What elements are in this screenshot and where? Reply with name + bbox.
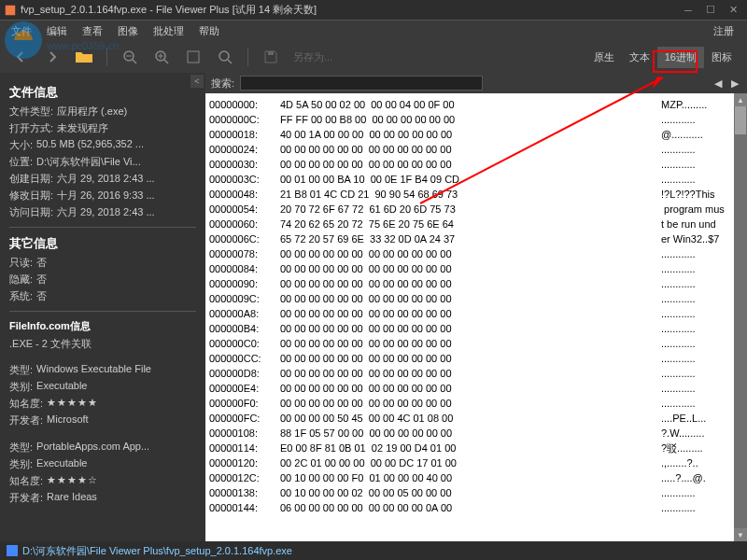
scroll-down-button[interactable]: ▼ [734, 528, 747, 541]
hex-row[interactable]: 000000C0:00 00 00 00 00 00 00 00 00 00 0… [209, 336, 743, 351]
menu-file[interactable]: 文件 [4, 22, 39, 40]
hex-ascii: @........... [654, 127, 703, 142]
save-as-label[interactable]: 另存为... [293, 50, 332, 64]
hex-row[interactable]: 000000B4:00 00 00 00 00 00 00 00 00 00 0… [209, 321, 743, 336]
hex-row[interactable]: 0000006C:65 72 20 57 69 6E 33 32 0D 0A 2… [209, 231, 743, 246]
hex-row[interactable]: 00000138:00 10 00 00 00 02 00 00 05 00 0… [209, 485, 743, 500]
hex-bytes: 00 00 00 00 00 00 00 00 00 00 00 00 [280, 306, 654, 321]
search-next-button[interactable]: ▶ [728, 77, 741, 90]
pop2-label: 知名度: [9, 474, 43, 488]
dev1-value: Microsoft [47, 413, 89, 427]
separator [106, 48, 107, 66]
search-prev-button[interactable]: ◀ [712, 77, 725, 90]
hex-ascii: ............ [654, 366, 696, 381]
scroll-up-button[interactable]: ▲ [734, 93, 747, 106]
hex-bytes: E0 00 8F 81 0B 01 02 19 00 D4 01 00 [280, 441, 654, 455]
viewtab-raw[interactable]: 原生 [586, 47, 622, 68]
viewtab-hex[interactable]: 16进制 [657, 47, 704, 68]
hex-row[interactable]: 0000009C:00 00 00 00 00 00 00 00 00 00 0… [209, 291, 743, 306]
fileinfo-com-title: FileInfo.com信息 [9, 319, 196, 333]
hex-offset: 00000090: [209, 276, 280, 291]
hex-row[interactable]: 00000048:21 B8 01 4C CD 21 90 90 54 68 6… [209, 187, 743, 202]
open-folder-button[interactable] [71, 44, 97, 70]
hex-bytes: 4D 5A 50 00 02 00 00 00 04 00 0F 00 [280, 97, 654, 112]
hex-row[interactable]: 00000108:88 1F 05 57 00 00 00 00 00 00 0… [209, 426, 743, 441]
hex-ascii: MZP......... [654, 97, 707, 112]
menu-batch[interactable]: 批处理 [146, 22, 191, 40]
vertical-scrollbar[interactable]: ▲ ▼ [734, 93, 747, 541]
location-label: 位置: [9, 155, 33, 169]
viewtab-text[interactable]: 文本 [622, 47, 657, 68]
created-label: 创建日期: [9, 172, 53, 186]
hex-bytes: 00 00 00 00 00 00 00 00 00 00 00 00 [280, 246, 654, 261]
hex-row[interactable]: 000000D8:00 00 00 00 00 00 00 00 00 00 0… [209, 366, 743, 381]
menu-view[interactable]: 查看 [75, 22, 110, 40]
hex-ascii: ............ [654, 276, 696, 291]
hex-offset: 000000D8: [209, 366, 280, 381]
hex-row[interactable]: 0000012C:00 10 00 00 00 F0 01 00 00 00 4… [209, 470, 743, 485]
scroll-thumb[interactable] [735, 106, 746, 134]
maximize-button[interactable]: ☐ [700, 3, 721, 18]
zoom-actual-button[interactable] [212, 44, 238, 70]
register-link[interactable]: 注册 [704, 22, 743, 40]
zoom-fit-button[interactable] [180, 44, 206, 70]
hex-row[interactable]: 000000F0:00 00 00 00 00 00 00 00 00 00 0… [209, 396, 743, 411]
hex-offset: 000000F0: [209, 396, 280, 411]
ext-association: .EXE - 2 文件关联 [9, 337, 196, 351]
svg-line-4 [133, 60, 136, 63]
hex-row[interactable]: 00000090:00 00 00 00 00 00 00 00 00 00 0… [209, 276, 743, 291]
hex-ascii: .,.......?.. [654, 455, 698, 470]
collapse-sidebar-button[interactable]: < [190, 75, 204, 88]
hex-ascii: er Win32..$7 [654, 231, 719, 246]
menu-help[interactable]: 帮助 [191, 22, 227, 40]
type1-label: 类型: [9, 363, 33, 377]
pop1-label: 知名度: [9, 397, 43, 411]
zoom-out-button[interactable] [117, 44, 143, 70]
search-input[interactable] [240, 76, 483, 91]
cat2-label: 类别: [9, 457, 33, 471]
openwith-value: 未发现程序 [57, 121, 108, 135]
menu-edit[interactable]: 编辑 [39, 22, 75, 40]
system-value: 否 [36, 289, 47, 303]
hex-row[interactable]: 000000CC:00 00 00 00 00 00 00 00 00 00 0… [209, 351, 743, 366]
hex-bytes: 00 00 00 00 00 00 00 00 00 00 00 00 [280, 336, 654, 351]
hex-row[interactable]: 00000114:E0 00 8F 81 0B 01 02 19 00 D4 0… [209, 441, 743, 455]
hex-row[interactable]: 000000FC:00 00 00 00 50 45 00 00 4C 01 0… [209, 411, 743, 426]
hex-row[interactable]: 0000003C:00 01 00 00 BA 10 00 0E 1F B4 0… [209, 172, 743, 187]
zoom-in-button[interactable] [148, 44, 175, 70]
hex-row[interactable]: 00000120:00 2C 01 00 00 00 00 00 DC 17 0… [209, 455, 743, 470]
hex-row[interactable]: 0000000C:FF FF 00 00 B8 00 00 00 00 00 0… [209, 112, 743, 127]
viewtab-icon[interactable]: 图标 [704, 47, 740, 68]
hex-ascii: ............ [654, 306, 696, 321]
minimize-button[interactable]: ─ [678, 3, 698, 18]
type1-value: Windows Executable File [36, 363, 151, 377]
hex-offset: 00000078: [209, 246, 280, 261]
hex-row[interactable]: 00000024:00 00 00 00 00 00 00 00 00 00 0… [209, 142, 743, 157]
hex-bytes: 00 2C 01 00 00 00 00 00 DC 17 01 00 [280, 455, 654, 470]
location-value: D:\河东软件园\File Vi... [36, 155, 141, 169]
hex-row[interactable]: 00000084:00 00 00 00 00 00 00 00 00 00 0… [209, 261, 743, 276]
save-icon[interactable] [258, 44, 284, 70]
hex-row[interactable]: 00000054:20 70 72 6F 67 72 61 6D 20 6D 7… [209, 202, 743, 217]
size-value: 50.5 MB (52,965,352 ... [36, 138, 144, 152]
hex-row[interactable]: 000000E4:00 00 00 00 00 00 00 00 00 00 0… [209, 381, 743, 396]
divider [9, 227, 196, 228]
hex-ascii: program mus [654, 202, 725, 217]
hex-row[interactable]: 000000A8:00 00 00 00 00 00 00 00 00 00 0… [209, 306, 743, 321]
cat2-value: Executable [36, 457, 87, 471]
menu-image[interactable]: 图像 [110, 22, 146, 40]
hex-ascii: ?.W......... [654, 426, 704, 441]
hex-bytes: 00 00 00 00 00 00 00 00 00 00 00 00 [280, 366, 654, 381]
otherinfo-title: 其它信息 [9, 235, 196, 252]
hex-row[interactable]: 00000030:00 00 00 00 00 00 00 00 00 00 0… [209, 157, 743, 172]
hex-row[interactable]: 00000144:06 00 00 00 00 00 00 00 00 00 0… [209, 500, 743, 515]
close-button[interactable]: ✕ [723, 3, 743, 18]
hex-row[interactable]: 00000018:40 00 1A 00 00 00 00 00 00 00 0… [209, 127, 743, 142]
hex-view[interactable]: 00000000:4D 5A 50 00 02 00 00 00 04 00 0… [205, 93, 747, 541]
hex-row[interactable]: 00000060:74 20 62 65 20 72 75 6E 20 75 6… [209, 217, 743, 231]
nav-forward-button[interactable] [39, 44, 65, 70]
hex-row[interactable]: 00000000:4D 5A 50 00 02 00 00 00 04 00 0… [209, 97, 743, 112]
hex-row[interactable]: 00000078:00 00 00 00 00 00 00 00 00 00 0… [209, 246, 743, 261]
hex-bytes: 00 00 00 00 00 00 00 00 00 00 00 00 [280, 261, 654, 276]
nav-back-button[interactable] [7, 44, 34, 70]
